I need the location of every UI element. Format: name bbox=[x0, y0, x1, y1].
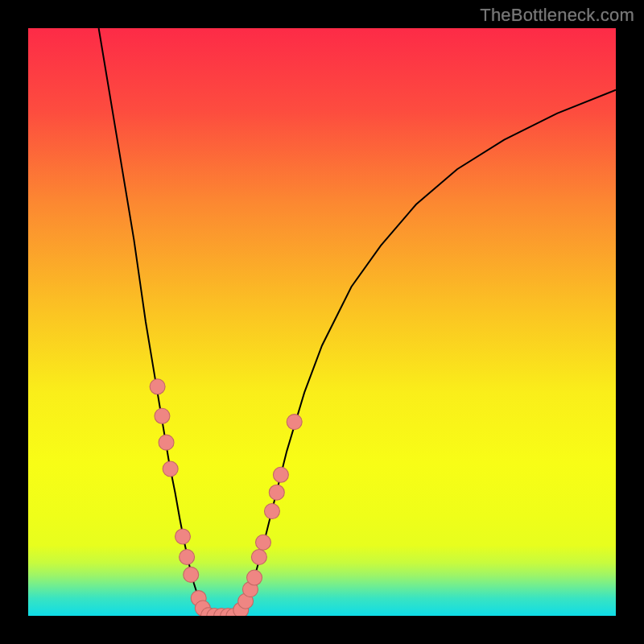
chart-frame: TheBottleneck.com bbox=[0, 0, 644, 644]
plot-area bbox=[28, 28, 616, 616]
data-marker bbox=[155, 408, 170, 423]
watermark-text: TheBottleneck.com bbox=[480, 5, 634, 26]
data-marker bbox=[273, 467, 288, 482]
data-marker bbox=[163, 461, 178, 477]
bottleneck-curve bbox=[28, 28, 616, 616]
data-marker bbox=[269, 485, 284, 500]
data-marker bbox=[150, 379, 165, 394]
data-marker bbox=[184, 567, 199, 582]
data-marker bbox=[159, 435, 174, 450]
data-marker bbox=[251, 550, 266, 565]
data-marker bbox=[264, 504, 279, 519]
data-marker bbox=[175, 529, 191, 544]
data-marker bbox=[256, 535, 271, 550]
data-marker bbox=[180, 550, 195, 565]
data-marker bbox=[247, 570, 262, 585]
data-marker bbox=[287, 415, 302, 430]
